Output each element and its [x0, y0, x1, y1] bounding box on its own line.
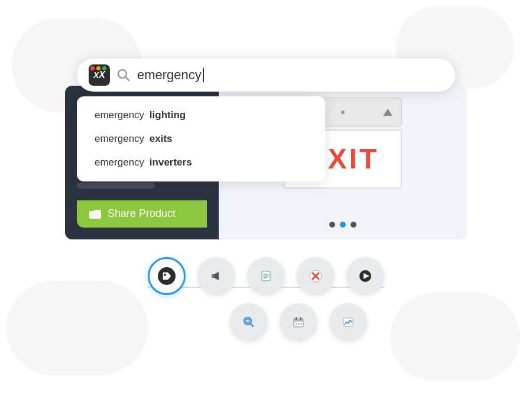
search-bar: X emergency [77, 59, 455, 92]
zoom-icon-button[interactable] [230, 303, 268, 341]
green-dot [102, 66, 106, 70]
autocomplete-item-2[interactable]: emergency exits [77, 127, 325, 151]
svg-rect-29 [298, 323, 300, 325]
carousel-dots [329, 222, 356, 228]
search-input[interactable]: emergency [137, 67, 443, 83]
calendar-icon-button[interactable] [280, 303, 317, 341]
fixture-arrow-right [383, 109, 392, 116]
tag-icon-button[interactable] [148, 257, 186, 295]
autocomplete-normal-1: emergency [95, 109, 147, 121]
svg-rect-6 [212, 274, 214, 278]
search-query: emergency [137, 67, 202, 83]
scene: X emergency [0, 0, 532, 399]
search-bar-container: X emergency [77, 59, 455, 92]
app-icon-letter: X [99, 70, 105, 80]
yellow-dot [96, 66, 100, 70]
svg-rect-9 [263, 274, 269, 275]
svg-rect-10 [263, 275, 269, 277]
autocomplete-dropdown: emergency lighting emergency exits emerg… [77, 96, 325, 181]
search-icon [117, 69, 130, 82]
autocomplete-bold-1: lighting [150, 109, 186, 121]
svg-rect-25 [294, 319, 303, 322]
megaphone-icon-button[interactable] [197, 257, 235, 295]
autocomplete-item-1[interactable]: emergency lighting [77, 103, 325, 127]
autocomplete-bold-3: inverters [150, 157, 192, 168]
product-subtitle-bar [77, 183, 155, 189]
dot-1[interactable] [329, 222, 335, 228]
icons-row-1 [148, 257, 384, 295]
svg-rect-30 [300, 323, 302, 325]
main-content: X emergency [41, 59, 491, 341]
svg-point-4 [164, 274, 166, 276]
share-product-button[interactable]: Share Product [77, 200, 207, 228]
autocomplete-item-3[interactable]: emergency inverters [77, 151, 325, 174]
icons-area [118, 257, 414, 341]
red-dot [90, 66, 95, 70]
app-icon[interactable]: X [89, 64, 110, 86]
svg-line-1 [126, 77, 129, 80]
svg-rect-11 [263, 277, 267, 278]
dot-2[interactable] [340, 222, 346, 228]
icons-row-2 [230, 303, 367, 341]
autocomplete-normal-2: emergency [95, 133, 147, 145]
dot-3[interactable] [351, 222, 356, 228]
chart-icon-button[interactable] [329, 303, 367, 341]
document-icon-button[interactable] [247, 257, 285, 295]
svg-rect-28 [296, 323, 297, 325]
fixture-bolt [341, 111, 345, 114]
autocomplete-bold-2: exits [150, 133, 173, 145]
close-icon-button[interactable] [297, 257, 335, 295]
share-product-label: Share Product [108, 207, 176, 220]
play-icon-button[interactable] [346, 257, 384, 295]
autocomplete-normal-3: emergency [95, 157, 147, 168]
cursor [203, 68, 204, 82]
